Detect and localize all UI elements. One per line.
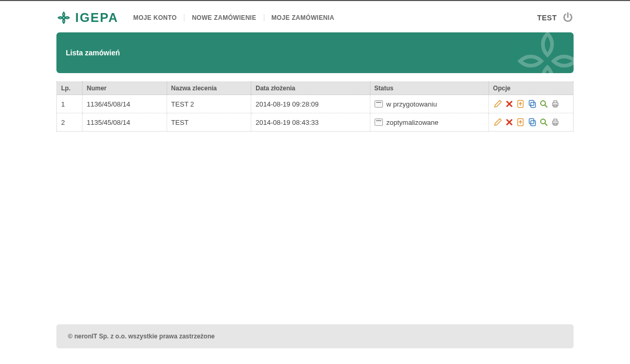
copy-icon[interactable] — [528, 99, 537, 109]
logo-text: IGEPA — [75, 10, 119, 25]
cell-opcje — [488, 95, 573, 113]
th-opcje: Opcje — [488, 82, 573, 95]
svg-point-0 — [63, 17, 65, 19]
page-title: Lista zamówień — [66, 49, 120, 57]
print-icon[interactable] — [551, 99, 560, 109]
nav-moje-zamowienia[interactable]: MOJE ZAMÓWIENIA — [264, 14, 342, 21]
export-icon[interactable] — [516, 99, 526, 109]
cell-data: 2014-08-19 09:28:09 — [251, 95, 370, 113]
cell-numer: 1135/45/08/14 — [82, 113, 167, 132]
zoom-icon[interactable] — [539, 118, 549, 127]
user-label: TEST — [537, 14, 557, 22]
export-icon[interactable] — [516, 118, 526, 127]
banner-decoration-icon — [511, 32, 574, 73]
cell-lp: 1 — [57, 95, 82, 113]
cell-status: w przygotowaniu — [370, 95, 488, 113]
delete-icon[interactable] — [505, 99, 514, 109]
edit-icon[interactable] — [493, 118, 503, 127]
status-text: zoptymalizowane — [387, 119, 439, 126]
orders-table: Lp. Numer Nazwa zlecenia Data złożenia S… — [57, 81, 573, 131]
calendar-icon — [375, 119, 383, 126]
cell-numer: 1136/45/08/14 — [82, 95, 167, 113]
print-icon[interactable] — [551, 118, 560, 127]
nav-moje-konto[interactable]: MOJE KONTO — [133, 14, 184, 21]
cell-opcje — [488, 113, 573, 132]
zoom-icon[interactable] — [539, 99, 549, 109]
copy-icon[interactable] — [528, 118, 537, 127]
nav-nowe-zamowienie[interactable]: NOWE ZAMÓWIENIE — [184, 14, 264, 21]
th-lp: Lp. — [57, 82, 82, 95]
delete-icon[interactable] — [505, 118, 514, 127]
footer-text: © neronIT Sp. z o.o. wszystkie prawa zas… — [68, 333, 215, 340]
cell-lp: 2 — [57, 113, 82, 132]
row-options — [493, 118, 569, 127]
calendar-icon — [375, 100, 383, 108]
table-row: 1 1136/45/08/14 TEST 2 2014-08-19 09:28:… — [57, 95, 573, 113]
main-nav: MOJE KONTO NOWE ZAMÓWIENIE MOJE ZAMÓWIEN… — [133, 14, 342, 21]
th-nazwa: Nazwa zlecenia — [167, 82, 251, 95]
logo-icon — [56, 10, 71, 25]
th-numer: Numer — [82, 82, 167, 95]
svg-rect-9 — [529, 119, 534, 124]
th-status: Status — [370, 82, 488, 95]
edit-icon[interactable] — [493, 99, 503, 109]
header: IGEPA MOJE KONTO NOWE ZAMÓWIENIE MOJE ZA… — [56, 1, 574, 32]
power-icon[interactable] — [562, 11, 574, 25]
cell-data: 2014-08-19 08:43:33 — [251, 113, 370, 132]
logo[interactable]: IGEPA — [56, 10, 119, 25]
status-text: w przygotowaniu — [387, 100, 437, 108]
page-banner: Lista zamówień — [56, 32, 574, 73]
cell-nazwa: TEST — [167, 113, 251, 132]
cell-status: zoptymalizowane — [370, 113, 488, 132]
svg-rect-2 — [531, 102, 535, 108]
cell-nazwa: TEST 2 — [167, 95, 251, 113]
row-options — [493, 99, 569, 109]
user-area: TEST — [537, 11, 574, 25]
th-data: Data złożenia — [251, 82, 370, 95]
table-row: 2 1135/45/08/14 TEST 2014-08-19 08:43:33… — [57, 113, 573, 132]
svg-rect-8 — [531, 121, 535, 126]
svg-rect-3 — [529, 100, 534, 105]
footer: © neronIT Sp. z o.o. wszystkie prawa zas… — [56, 324, 574, 348]
orders-table-wrap: Lp. Numer Nazwa zlecenia Data złożenia S… — [56, 81, 574, 132]
